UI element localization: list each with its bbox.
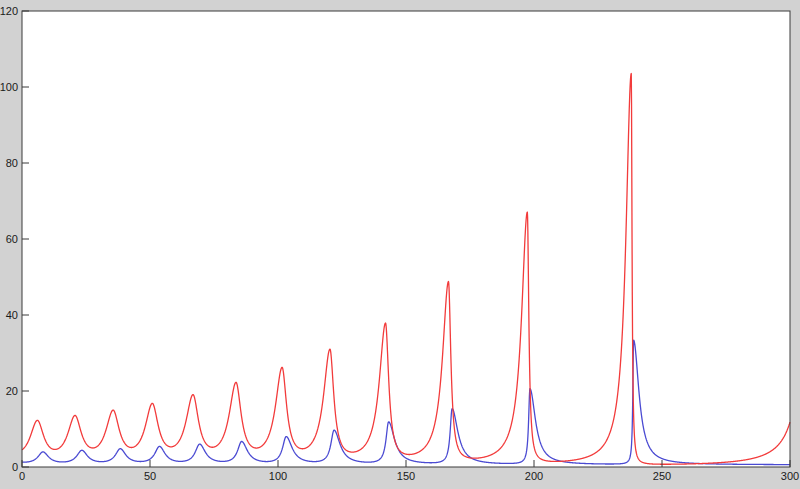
y-tick-label: 100 [0, 82, 18, 93]
y-tick-label: 0 [12, 462, 18, 473]
x-tick-label: 200 [525, 471, 543, 482]
x-tick-label: 0 [19, 471, 25, 482]
x-tick-label: 100 [269, 471, 287, 482]
x-tick-label: 50 [144, 471, 156, 482]
y-tick-label: 120 [0, 6, 18, 17]
plot-area [22, 11, 790, 467]
plot-canvas [0, 0, 800, 489]
y-tick-label: 80 [6, 158, 18, 169]
x-tick-label: 250 [653, 471, 671, 482]
x-tick-label: 300 [781, 471, 799, 482]
y-tick-label: 20 [6, 386, 18, 397]
matlab-figure: 050100150200250300020406080100120 [0, 0, 800, 489]
y-tick-label: 60 [6, 234, 18, 245]
y-tick-label: 40 [6, 310, 18, 321]
x-tick-label: 150 [397, 471, 415, 482]
